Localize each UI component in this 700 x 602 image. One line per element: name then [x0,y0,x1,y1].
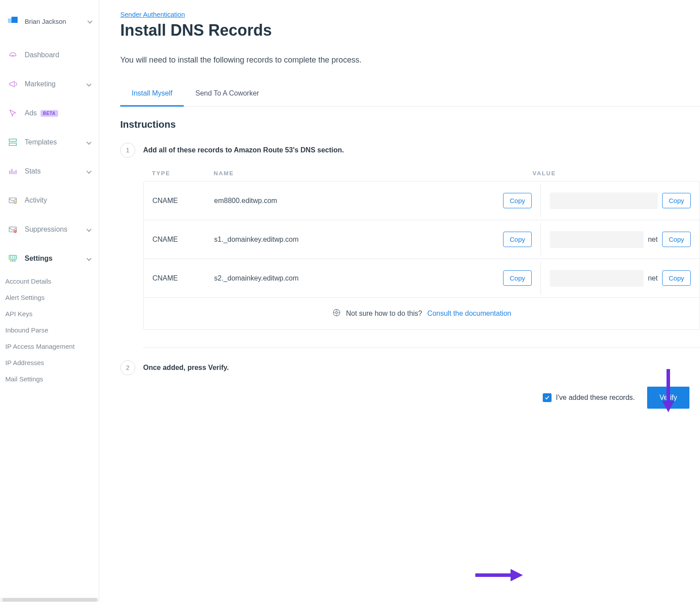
chevron-down-icon [86,81,91,86]
stats-icon [8,166,18,176]
record-name: s1._domainkey.editwp.com [214,236,299,244]
suppressions-icon [8,225,18,234]
svg-point-8 [10,260,12,262]
user-name: Brian Jackson [25,18,66,25]
cell-value: net Copy [541,261,700,295]
redacted-value [550,231,644,248]
step-number: 1 [120,143,135,158]
nav-label: Marketing [25,80,56,88]
table-row: CNAME s1._domainkey.editwp.com Copy net … [144,220,700,259]
records-added-checkbox[interactable]: I've added these records. [543,393,635,402]
sidebar-item-ads[interactable]: Ads BETA [0,99,99,128]
horizontal-scrollbar[interactable] [0,598,100,602]
verify-row: I've added these records. Verify [120,387,700,409]
sidebar-item-marketing[interactable]: Marketing [0,70,99,99]
primary-nav: Dashboard Marketing Ads BETA [0,37,99,273]
nav-label: Activity [25,196,47,204]
checkbox-icon [543,393,552,402]
dashboard-icon [8,50,18,60]
cell-name: s2._domainkey.editwp.com Copy [205,262,541,295]
step-label: Once added, press Verify. [143,364,229,372]
tab-send-coworker[interactable]: Send To A Coworker [184,81,270,106]
cell-name: s1._domainkey.editwp.com Copy [205,223,541,256]
svg-point-12 [335,312,337,314]
nav-label: Ads [25,109,37,117]
activity-icon [8,196,18,205]
copy-name-button[interactable]: Copy [503,193,532,208]
redacted-value [550,270,644,287]
nav-label: Stats [25,167,41,175]
main-content: Sender Authentication Install DNS Record… [99,0,700,602]
record-name: em8800.editwp.com [214,197,277,205]
table-row: CNAME em8800.editwp.com Copy Copy [144,181,700,220]
copy-value-button[interactable]: Copy [662,232,691,247]
svg-point-4 [14,201,17,204]
sidebar-item-settings[interactable]: Settings [0,244,99,273]
sidebar-item-suppressions[interactable]: Suppressions [0,215,99,244]
cursor-icon [8,108,18,118]
chevron-down-icon [86,227,91,232]
step-label: Add all of these records to Amazon Route… [143,146,344,154]
table-body: CNAME em8800.editwp.com Copy Copy CNAME … [143,181,700,330]
svg-marker-16 [511,569,523,581]
logo-mark [8,16,19,26]
svg-point-0 [12,55,14,57]
settings-icon [8,254,18,263]
scrollbar-thumb[interactable] [2,598,98,602]
subnav-account-details[interactable]: Account Details [0,273,99,289]
nav-label: Settings [25,255,52,262]
subnav-inbound-parse[interactable]: Inbound Parse [0,322,99,338]
verify-button[interactable]: Verify [647,387,689,409]
table-header: TYPE NAME VALUE [143,166,700,181]
instructions-heading: Instructions [120,119,700,130]
step-number: 2 [120,360,135,375]
cell-value: net Copy [541,222,700,257]
checkbox-label: I've added these records. [556,394,635,402]
col-value: VALUE [533,170,691,177]
breadcrumb[interactable]: Sender Authentication [120,11,185,18]
copy-value-button[interactable]: Copy [662,270,691,286]
record-name: s2._domainkey.editwp.com [214,274,299,282]
step-1: 1 Add all of these records to Amazon Rou… [120,143,700,158]
cell-type: CNAME [144,227,205,252]
sidebar-item-dashboard[interactable]: Dashboard [0,41,99,70]
documentation-link[interactable]: Consult the documentation [427,310,511,318]
megaphone-icon [8,79,18,89]
step-2: 2 Once added, press Verify. [120,360,700,375]
copy-name-button[interactable]: Copy [503,232,532,247]
copy-value-button[interactable]: Copy [662,193,691,208]
sidebar-item-activity[interactable]: Activity [0,186,99,215]
documentation-hint: Not sure how to do this? Consult the doc… [144,298,700,329]
subnav-mail-settings[interactable]: Mail Settings [0,371,99,387]
nav-label: Templates [25,138,57,146]
account-switcher[interactable]: Brian Jackson [0,12,99,37]
templates-icon [8,137,18,147]
table-row: CNAME s2._domainkey.editwp.com Copy net … [144,259,700,298]
sidebar-item-templates[interactable]: Templates [0,128,99,157]
cell-value: Copy [541,184,700,218]
chevron-down-icon [86,256,91,261]
col-name: NAME [214,170,533,177]
copy-name-button[interactable]: Copy [503,270,532,286]
svg-rect-1 [9,139,17,142]
subnav-api-keys[interactable]: API Keys [0,306,99,322]
svg-rect-2 [9,143,17,146]
col-type: TYPE [152,170,214,177]
svg-point-9 [12,260,14,262]
records-table: TYPE NAME VALUE CNAME em8800.editwp.com … [143,166,700,330]
page-title: Install DNS Records [120,21,700,40]
settings-subnav: Account Details Alert Settings API Keys … [0,273,99,387]
value-suffix: net [648,274,658,282]
subnav-ip-access-management[interactable]: IP Access Management [0,338,99,355]
sidebar-item-stats[interactable]: Stats [0,157,99,186]
cell-type: CNAME [144,188,205,214]
help-icon [332,308,341,319]
subnav-alert-settings[interactable]: Alert Settings [0,289,99,306]
chevron-down-icon [86,169,91,174]
intro-text: You will need to install the following r… [120,55,700,65]
tab-install-myself[interactable]: Install Myself [120,81,184,107]
subnav-ip-addresses[interactable]: IP Addresses [0,355,99,371]
annotation-arrow-right-icon [475,568,524,583]
cell-type: CNAME [144,266,205,291]
sidebar: Brian Jackson Dashboard Marketing [0,0,99,602]
